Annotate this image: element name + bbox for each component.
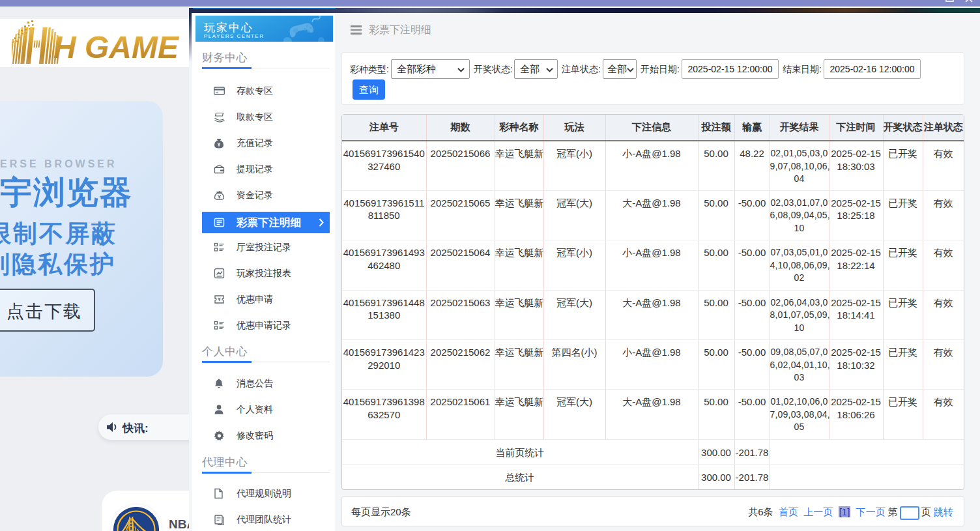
svg-text:H GAME: H GAME	[53, 30, 180, 65]
